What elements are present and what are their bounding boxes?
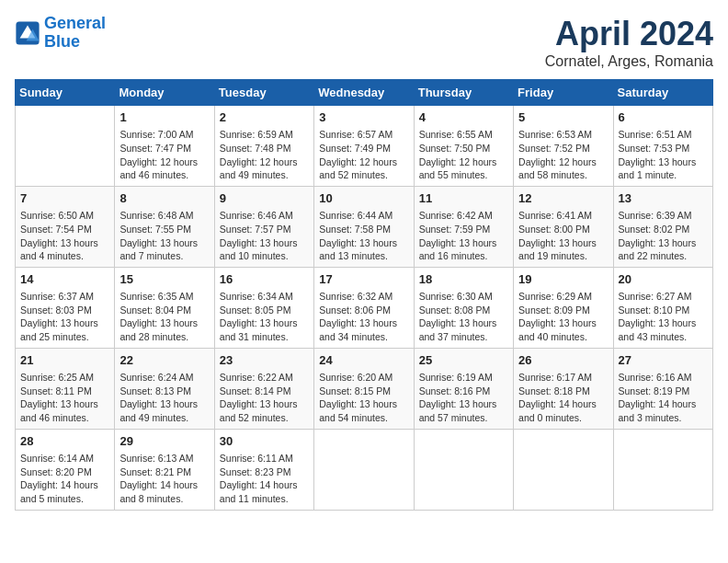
page-title: April 2024 <box>545 15 713 53</box>
calendar-cell: 11Sunrise: 6:42 AM Sunset: 7:59 PM Dayli… <box>414 186 513 267</box>
day-content: Sunrise: 6:14 AM Sunset: 8:20 PM Dayligh… <box>20 452 109 506</box>
logo-text: General Blue <box>44 15 106 52</box>
day-content: Sunrise: 6:35 AM Sunset: 8:04 PM Dayligh… <box>119 290 209 344</box>
day-number: 29 <box>119 433 209 450</box>
day-number: 12 <box>518 190 608 207</box>
day-content: Sunrise: 6:42 AM Sunset: 7:59 PM Dayligh… <box>419 209 508 263</box>
calendar-week-row: 28Sunrise: 6:14 AM Sunset: 8:20 PM Dayli… <box>16 429 713 510</box>
calendar-cell <box>514 429 613 510</box>
calendar-week-row: 1Sunrise: 7:00 AM Sunset: 7:47 PM Daylig… <box>16 106 713 187</box>
calendar-cell: 6Sunrise: 6:51 AM Sunset: 7:53 PM Daylig… <box>613 106 712 187</box>
calendar-cell: 15Sunrise: 6:35 AM Sunset: 8:04 PM Dayli… <box>115 267 214 348</box>
day-content: Sunrise: 6:29 AM Sunset: 8:09 PM Dayligh… <box>518 290 608 344</box>
calendar-cell: 27Sunrise: 6:16 AM Sunset: 8:19 PM Dayli… <box>613 348 712 429</box>
calendar-cell: 10Sunrise: 6:44 AM Sunset: 7:58 PM Dayli… <box>314 186 414 267</box>
day-content: Sunrise: 6:50 AM Sunset: 7:54 PM Dayligh… <box>20 209 109 263</box>
day-number: 5 <box>518 109 608 126</box>
day-content: Sunrise: 6:22 AM Sunset: 8:14 PM Dayligh… <box>220 371 309 425</box>
day-number: 11 <box>419 190 508 207</box>
calendar-table: SundayMondayTuesdayWednesdayThursdayFrid… <box>15 79 713 511</box>
day-content: Sunrise: 6:46 AM Sunset: 7:57 PM Dayligh… <box>220 209 309 263</box>
day-number: 16 <box>220 271 309 288</box>
calendar-cell: 9Sunrise: 6:46 AM Sunset: 7:57 PM Daylig… <box>214 186 313 267</box>
day-content: Sunrise: 6:37 AM Sunset: 8:03 PM Dayligh… <box>20 290 109 344</box>
calendar-cell: 1Sunrise: 7:00 AM Sunset: 7:47 PM Daylig… <box>115 106 214 187</box>
day-content: Sunrise: 6:41 AM Sunset: 8:00 PM Dayligh… <box>518 209 608 263</box>
day-content: Sunrise: 6:51 AM Sunset: 7:53 PM Dayligh… <box>619 128 708 182</box>
calendar-cell <box>414 429 513 510</box>
calendar-cell: 24Sunrise: 6:20 AM Sunset: 8:15 PM Dayli… <box>314 348 414 429</box>
day-number: 25 <box>419 352 508 369</box>
calendar-week-row: 14Sunrise: 6:37 AM Sunset: 8:03 PM Dayli… <box>16 267 713 348</box>
calendar-cell: 4Sunrise: 6:55 AM Sunset: 7:50 PM Daylig… <box>414 106 513 187</box>
day-content: Sunrise: 6:53 AM Sunset: 7:52 PM Dayligh… <box>518 128 608 182</box>
day-content: Sunrise: 6:48 AM Sunset: 7:55 PM Dayligh… <box>119 209 209 263</box>
calendar-cell: 17Sunrise: 6:32 AM Sunset: 8:06 PM Dayli… <box>314 267 414 348</box>
day-number: 26 <box>518 352 608 369</box>
day-number: 2 <box>220 109 309 126</box>
day-number: 20 <box>619 271 708 288</box>
day-content: Sunrise: 6:55 AM Sunset: 7:50 PM Dayligh… <box>419 128 508 182</box>
day-content: Sunrise: 6:44 AM Sunset: 7:58 PM Dayligh… <box>319 209 408 263</box>
calendar-cell <box>16 106 115 187</box>
day-number: 15 <box>119 271 209 288</box>
calendar-cell <box>314 429 414 510</box>
weekday-header-sunday: Sunday <box>16 80 115 106</box>
day-number: 13 <box>619 190 708 207</box>
day-number: 24 <box>319 352 408 369</box>
day-number: 21 <box>20 352 109 369</box>
calendar-cell: 5Sunrise: 6:53 AM Sunset: 7:52 PM Daylig… <box>514 106 613 187</box>
logo-line1: General <box>44 14 106 32</box>
weekday-header-monday: Monday <box>115 80 214 106</box>
calendar-cell: 30Sunrise: 6:11 AM Sunset: 8:23 PM Dayli… <box>214 429 313 510</box>
weekday-header-row: SundayMondayTuesdayWednesdayThursdayFrid… <box>16 80 713 106</box>
calendar-cell: 19Sunrise: 6:29 AM Sunset: 8:09 PM Dayli… <box>514 267 613 348</box>
day-number: 18 <box>419 271 508 288</box>
calendar-cell: 8Sunrise: 6:48 AM Sunset: 7:55 PM Daylig… <box>115 186 214 267</box>
page-subtitle: Cornatel, Arges, Romania <box>545 53 713 70</box>
calendar-cell: 21Sunrise: 6:25 AM Sunset: 8:11 PM Dayli… <box>16 348 115 429</box>
day-content: Sunrise: 7:00 AM Sunset: 7:47 PM Dayligh… <box>119 128 209 182</box>
day-content: Sunrise: 6:20 AM Sunset: 8:15 PM Dayligh… <box>319 371 408 425</box>
calendar-cell: 2Sunrise: 6:59 AM Sunset: 7:48 PM Daylig… <box>214 106 313 187</box>
weekday-header-thursday: Thursday <box>414 80 513 106</box>
day-content: Sunrise: 6:24 AM Sunset: 8:13 PM Dayligh… <box>119 371 209 425</box>
day-content: Sunrise: 6:19 AM Sunset: 8:16 PM Dayligh… <box>419 371 508 425</box>
calendar-cell: 14Sunrise: 6:37 AM Sunset: 8:03 PM Dayli… <box>16 267 115 348</box>
day-number: 27 <box>619 352 708 369</box>
calendar-week-row: 21Sunrise: 6:25 AM Sunset: 8:11 PM Dayli… <box>16 348 713 429</box>
calendar-cell: 20Sunrise: 6:27 AM Sunset: 8:10 PM Dayli… <box>613 267 712 348</box>
calendar-cell <box>613 429 712 510</box>
day-number: 9 <box>220 190 309 207</box>
weekday-header-wednesday: Wednesday <box>314 80 414 106</box>
calendar-cell: 3Sunrise: 6:57 AM Sunset: 7:49 PM Daylig… <box>314 106 414 187</box>
weekday-header-saturday: Saturday <box>613 80 712 106</box>
calendar-cell: 16Sunrise: 6:34 AM Sunset: 8:05 PM Dayli… <box>214 267 313 348</box>
day-content: Sunrise: 6:27 AM Sunset: 8:10 PM Dayligh… <box>619 290 708 344</box>
day-content: Sunrise: 6:59 AM Sunset: 7:48 PM Dayligh… <box>220 128 309 182</box>
day-number: 23 <box>220 352 309 369</box>
day-number: 22 <box>119 352 209 369</box>
calendar-cell: 7Sunrise: 6:50 AM Sunset: 7:54 PM Daylig… <box>16 186 115 267</box>
logo: General Blue <box>15 15 106 52</box>
day-content: Sunrise: 6:57 AM Sunset: 7:49 PM Dayligh… <box>319 128 408 182</box>
day-number: 7 <box>20 190 109 207</box>
day-content: Sunrise: 6:34 AM Sunset: 8:05 PM Dayligh… <box>220 290 309 344</box>
day-number: 28 <box>20 433 109 450</box>
calendar-cell: 13Sunrise: 6:39 AM Sunset: 8:02 PM Dayli… <box>613 186 712 267</box>
day-content: Sunrise: 6:30 AM Sunset: 8:08 PM Dayligh… <box>419 290 508 344</box>
logo-icon <box>15 20 40 46</box>
day-content: Sunrise: 6:11 AM Sunset: 8:23 PM Dayligh… <box>220 452 309 506</box>
day-content: Sunrise: 6:16 AM Sunset: 8:19 PM Dayligh… <box>619 371 708 425</box>
day-content: Sunrise: 6:32 AM Sunset: 8:06 PM Dayligh… <box>319 290 408 344</box>
title-block: April 2024 Cornatel, Arges, Romania <box>545 15 713 70</box>
calendar-cell: 22Sunrise: 6:24 AM Sunset: 8:13 PM Dayli… <box>115 348 214 429</box>
day-number: 14 <box>20 271 109 288</box>
logo-line2: Blue <box>44 32 80 51</box>
page-header: General Blue April 2024 Cornatel, Arges,… <box>15 15 713 70</box>
calendar-cell: 29Sunrise: 6:13 AM Sunset: 8:21 PM Dayli… <box>115 429 214 510</box>
day-number: 6 <box>619 109 708 126</box>
calendar-cell: 25Sunrise: 6:19 AM Sunset: 8:16 PM Dayli… <box>414 348 513 429</box>
calendar-cell: 26Sunrise: 6:17 AM Sunset: 8:18 PM Dayli… <box>514 348 613 429</box>
day-number: 17 <box>319 271 408 288</box>
